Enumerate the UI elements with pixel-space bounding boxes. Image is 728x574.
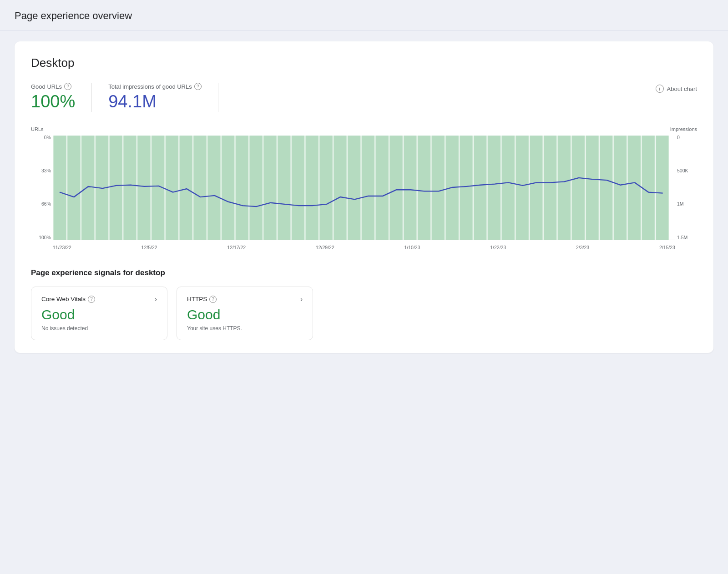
good-urls-help-icon[interactable]: ?	[64, 83, 71, 90]
svg-rect-17	[292, 136, 305, 240]
svg-rect-11	[207, 136, 221, 240]
core-web-vitals-title: Core Web Vitals ?	[41, 296, 95, 303]
https-status: Good	[187, 307, 303, 323]
core-web-vitals-status: Good	[41, 307, 157, 323]
svg-rect-5	[123, 136, 136, 240]
core-web-vitals-card[interactable]: Core Web Vitals ? › Good No issues detec…	[31, 287, 167, 341]
svg-rect-23	[375, 136, 389, 240]
svg-rect-12	[222, 136, 235, 240]
about-chart-link[interactable]: i About chart	[656, 83, 698, 93]
signals-section-title: Page experience signals for desktop	[31, 268, 697, 277]
svg-rect-10	[193, 136, 207, 240]
https-description: Your site uses HTTPS.	[187, 325, 303, 332]
https-chevron-icon: ›	[300, 295, 303, 303]
total-impressions-help-icon[interactable]: ?	[194, 83, 202, 90]
svg-rect-16	[278, 136, 291, 240]
core-web-vitals-chevron-icon: ›	[155, 295, 157, 303]
svg-rect-1	[67, 136, 81, 240]
svg-rect-40	[614, 136, 627, 240]
page-title: Page experience overview	[15, 10, 713, 22]
svg-rect-41	[627, 136, 641, 240]
svg-rect-25	[404, 136, 417, 240]
x-label-6: 2/3/23	[576, 245, 589, 250]
svg-rect-18	[305, 136, 318, 240]
svg-rect-26	[418, 136, 431, 240]
desktop-card: Desktop Good URLs ? 100% Total impressio…	[15, 41, 713, 353]
good-urls-value: 100%	[31, 92, 75, 112]
svg-rect-24	[389, 136, 403, 240]
chart-y-label-right: Impressions	[670, 126, 697, 132]
svg-rect-13	[236, 136, 249, 240]
svg-rect-34	[530, 136, 543, 240]
metrics-row: Good URLs ? 100% Total impressions of go…	[31, 83, 697, 112]
svg-rect-0	[53, 136, 66, 240]
chart-y-ticks-left: 100% 66% 33% 0%	[31, 135, 51, 240]
svg-rect-38	[586, 136, 599, 240]
svg-rect-19	[319, 136, 333, 240]
svg-rect-22	[362, 136, 375, 240]
https-help-icon[interactable]: ?	[209, 296, 217, 303]
svg-rect-37	[571, 136, 585, 240]
bar-group: // We'll use inline SVG rects for bars	[53, 136, 668, 240]
x-label-1: 12/5/22	[142, 245, 157, 250]
svg-rect-4	[109, 136, 122, 240]
svg-rect-42	[642, 136, 655, 240]
x-label-2: 12/17/22	[227, 245, 246, 250]
page-header: Page experience overview	[0, 0, 728, 30]
svg-rect-31	[488, 136, 501, 240]
svg-rect-2	[81, 136, 95, 240]
signals-section: Page experience signals for desktop Core…	[31, 268, 697, 341]
good-urls-label: Good URLs ?	[31, 83, 75, 90]
svg-rect-9	[179, 136, 192, 240]
chart-y-ticks-right: 1.5M 1M 500K 0	[677, 135, 697, 240]
svg-rect-20	[334, 136, 347, 240]
svg-rect-15	[263, 136, 277, 240]
https-card[interactable]: HTTPS ? › Good Your site uses HTTPS.	[177, 287, 313, 341]
total-impressions-metric: Total impressions of good URLs ? 94.1M	[108, 83, 218, 112]
x-label-3: 12/29/22	[316, 245, 334, 250]
chart-svg: // We'll use inline SVG rects for bars	[53, 135, 675, 240]
core-web-vitals-header: Core Web Vitals ? ›	[41, 295, 157, 303]
signals-row: Core Web Vitals ? › Good No issues detec…	[31, 287, 697, 341]
x-label-5: 1/22/23	[490, 245, 506, 250]
main-content: Desktop Good URLs ? 100% Total impressio…	[0, 30, 728, 373]
svg-rect-21	[348, 136, 361, 240]
svg-rect-36	[557, 136, 571, 240]
svg-rect-43	[656, 136, 669, 240]
core-web-vitals-description: No issues detected	[41, 325, 157, 332]
svg-rect-35	[544, 136, 557, 240]
desktop-section-title: Desktop	[31, 56, 697, 70]
chart-container: URLs Impressions 100% 66% 33% 0% 1.5M 1M…	[31, 126, 697, 254]
svg-rect-33	[516, 136, 529, 240]
good-urls-metric: Good URLs ? 100%	[31, 83, 92, 112]
chart-area: // We'll use inline SVG rects for bars	[53, 135, 675, 240]
svg-rect-29	[460, 136, 473, 240]
svg-rect-6	[137, 136, 151, 240]
svg-rect-27	[431, 136, 445, 240]
https-header: HTTPS ? ›	[187, 295, 303, 303]
svg-rect-30	[474, 136, 487, 240]
https-title: HTTPS ?	[187, 296, 217, 303]
svg-rect-8	[166, 136, 179, 240]
svg-rect-32	[501, 136, 515, 240]
total-impressions-label: Total impressions of good URLs ?	[108, 83, 202, 90]
about-chart-icon: i	[656, 85, 664, 93]
chart-y-label-left: URLs	[31, 126, 44, 132]
total-impressions-value: 94.1M	[108, 92, 202, 112]
chart-x-axis: 11/23/22 12/5/22 12/17/22 12/29/22 1/10/…	[53, 245, 675, 250]
core-web-vitals-help-icon[interactable]: ?	[88, 296, 95, 303]
x-label-7: 2/15/23	[659, 245, 675, 250]
x-label-4: 1/10/23	[404, 245, 420, 250]
svg-rect-39	[600, 136, 613, 240]
x-label-0: 11/23/22	[53, 245, 71, 250]
svg-rect-14	[249, 136, 263, 240]
